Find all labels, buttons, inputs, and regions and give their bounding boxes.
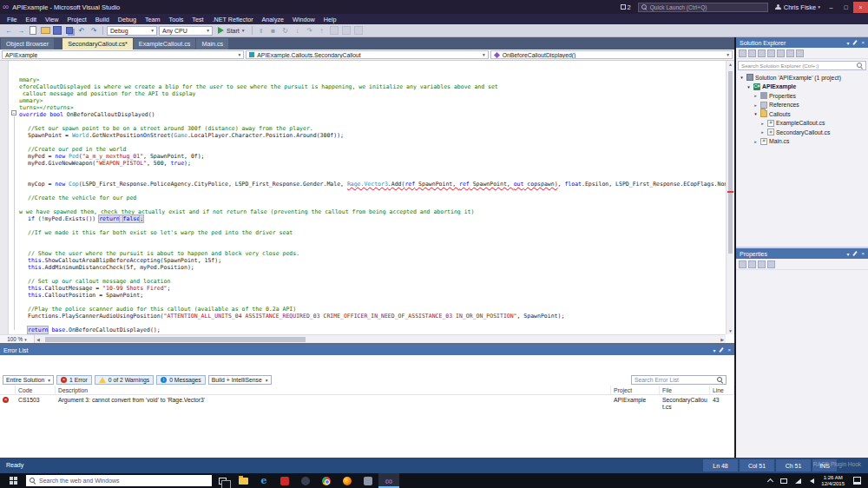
alphabetical-icon[interactable] bbox=[748, 260, 756, 268]
menu-item-analyze[interactable]: Analyze bbox=[258, 14, 289, 24]
start-debugging-button[interactable]: Start ▾ bbox=[214, 25, 248, 36]
properties-window-icon[interactable] bbox=[786, 49, 794, 57]
menu-item-project[interactable]: Project bbox=[62, 14, 90, 24]
menu-item-net-reflector[interactable]: .NET Reflector bbox=[208, 14, 258, 24]
feedback-icon[interactable] bbox=[621, 4, 626, 10]
refresh-icon[interactable] bbox=[777, 49, 785, 57]
code-editor[interactable]: − mmary>eforeCalloutDisplayed is where w… bbox=[0, 61, 734, 343]
scroll-right-icon[interactable]: ▶ bbox=[719, 337, 726, 342]
toggle-bookmark-icon[interactable] bbox=[341, 25, 352, 36]
scroll-up-icon[interactable]: ▲ bbox=[727, 62, 734, 67]
solution-explorer-title-bar[interactable]: Solution Explorer ▾ × bbox=[736, 37, 868, 48]
home-icon[interactable] bbox=[739, 49, 746, 57]
window-position-chevron-icon[interactable]: ▾ bbox=[713, 347, 715, 353]
menu-item-debug[interactable]: Debug bbox=[114, 14, 141, 24]
code-line[interactable]: callout message and position for the API… bbox=[19, 90, 726, 97]
code-line[interactable] bbox=[19, 243, 726, 250]
tab-secondarycallout-cs[interactable]: SecondaryCallout.cs* bbox=[62, 38, 133, 49]
quick-launch-input[interactable]: Quick Launch (Ctrl+Q) bbox=[638, 3, 768, 12]
column-header-line[interactable]: Line bbox=[710, 386, 734, 394]
close-button[interactable]: × bbox=[853, 2, 868, 13]
menu-item-team[interactable]: Team bbox=[141, 14, 165, 24]
tab-object-browser[interactable]: Object Browser bbox=[1, 38, 54, 49]
code-line[interactable] bbox=[19, 118, 726, 125]
categorized-icon[interactable] bbox=[739, 260, 746, 268]
code-line[interactable]: this.CalloutPosition = SpawnPoint; bbox=[19, 292, 726, 299]
nav-back-icon[interactable]: ← bbox=[3, 25, 14, 36]
messages-filter-toggle[interactable]: i 0 Messages bbox=[156, 375, 206, 385]
solution-tree-item-solution-apiexample-1-project[interactable]: ▾Solution 'APIExample' (1 project) bbox=[736, 73, 868, 82]
code-line[interactable]: Functions.PlayScannerAudioUsingPosition(… bbox=[19, 313, 726, 320]
pause-icon[interactable]: ‖ bbox=[256, 25, 266, 36]
error-scope-dropdown[interactable]: Entire Solution ▾ bbox=[3, 375, 54, 385]
pin-icon[interactable] bbox=[853, 251, 858, 256]
solution-tree-item-properties[interactable]: ▸Properties bbox=[736, 91, 868, 101]
redo-icon[interactable]: ↷ bbox=[89, 25, 99, 36]
code-line[interactable] bbox=[19, 188, 726, 195]
code-line[interactable]: w we have spawned them, check they actua… bbox=[19, 208, 726, 215]
code-line[interactable]: eforeCalloutDisplayed is where we create… bbox=[19, 83, 726, 90]
show-all-files-icon[interactable] bbox=[767, 49, 775, 57]
user-name[interactable]: Chris Fiske bbox=[784, 3, 817, 11]
code-line[interactable] bbox=[19, 299, 726, 306]
events-icon[interactable] bbox=[767, 260, 775, 268]
column-header-description[interactable]: Description bbox=[56, 386, 611, 394]
firefox-app-button[interactable] bbox=[337, 473, 358, 488]
menu-item-test[interactable]: Test bbox=[187, 14, 207, 24]
column-header-file[interactable]: File bbox=[660, 386, 710, 394]
project-dropdown[interactable]: APIExample ▾ bbox=[2, 50, 244, 59]
code-line[interactable] bbox=[19, 271, 726, 278]
dark-app-app-button[interactable] bbox=[295, 473, 316, 488]
close-panel-icon[interactable]: × bbox=[861, 40, 865, 45]
step-out-icon[interactable]: ↑ bbox=[317, 25, 327, 36]
sync-active-document-icon[interactable] bbox=[758, 49, 766, 57]
code-line[interactable] bbox=[19, 236, 726, 243]
property-pages-icon[interactable] bbox=[758, 260, 766, 268]
errors-filter-toggle[interactable]: × 1 Error bbox=[56, 375, 92, 385]
action-center-icon[interactable] bbox=[853, 477, 861, 485]
save-icon[interactable] bbox=[52, 25, 62, 36]
solution-tree-item-apiexample[interactable]: ▾C#APIExample bbox=[736, 82, 868, 92]
code-line[interactable] bbox=[19, 201, 726, 208]
solution-tree-item-secondarycallout-cs[interactable]: ▸#SecondaryCallout.cs bbox=[736, 128, 868, 137]
menu-item-tools[interactable]: Tools bbox=[165, 14, 188, 24]
new-file-icon[interactable] bbox=[28, 25, 38, 36]
menu-item-help[interactable]: Help bbox=[319, 14, 341, 24]
menu-item-build[interactable]: Build bbox=[91, 14, 114, 24]
warnings-filter-toggle[interactable]: 0 of 2 Warnings bbox=[95, 375, 154, 385]
code-line[interactable] bbox=[19, 69, 726, 76]
taskbar-search-input[interactable]: Search the web and Windows bbox=[26, 475, 212, 486]
maximize-button[interactable]: □ bbox=[838, 2, 853, 13]
code-line[interactable] bbox=[19, 139, 726, 146]
edge-app-button[interactable]: e bbox=[253, 473, 274, 488]
error-source-dropdown[interactable]: Build + IntelliSense ▾ bbox=[208, 375, 272, 385]
chevron-up-icon[interactable] bbox=[766, 477, 774, 485]
error-row[interactable]: ×CS1503Argument 3: cannot convert from '… bbox=[0, 395, 734, 412]
close-panel-icon[interactable]: × bbox=[727, 347, 731, 353]
code-line[interactable] bbox=[19, 222, 726, 229]
notification-count[interactable]: 2 bbox=[628, 3, 631, 11]
code-line[interactable]: turns></returns> bbox=[19, 104, 726, 111]
menu-item-file[interactable]: File bbox=[3, 14, 22, 24]
solution-tree-item-references[interactable]: ▸References bbox=[736, 101, 868, 110]
code-line[interactable]: SpawnPoint = World.GetNextPositionOnStre… bbox=[19, 132, 726, 139]
solution-tree-item-examplecallout-cs[interactable]: ▸#ExampleCallout.cs bbox=[736, 119, 868, 129]
collapsed-chevron-icon[interactable]: ▸ bbox=[753, 102, 759, 108]
code-line[interactable]: // Set up our callout message and locati… bbox=[19, 278, 726, 285]
code-line[interactable]: this.ShowCalloutAreaBlipBeforeAccepting(… bbox=[19, 257, 726, 264]
scroll-down-icon[interactable]: ▼ bbox=[727, 328, 734, 333]
expanded-chevron-icon[interactable]: ▾ bbox=[739, 75, 745, 80]
code-line[interactable]: return base.OnBeforeCalloutDisplayed(); bbox=[19, 326, 726, 333]
solution-platform-dropdown[interactable]: Any CPU▾ bbox=[159, 26, 213, 36]
window-position-chevron-icon[interactable]: ▾ bbox=[846, 40, 849, 46]
solution-configuration-dropdown[interactable]: Debug▾ bbox=[107, 26, 157, 36]
code-line[interactable]: myCop = new Cop(LSPD_First_Response.Poli… bbox=[19, 181, 726, 188]
collapsed-chevron-icon[interactable]: ▸ bbox=[753, 93, 759, 98]
collapse-all-icon[interactable] bbox=[748, 49, 756, 57]
error-list-search-input[interactable]: Search Error List bbox=[631, 375, 727, 385]
code-line[interactable]: // Show the user where the pursuit is ab… bbox=[19, 250, 726, 257]
vertical-scrollbar[interactable]: ▲ ▼ bbox=[726, 61, 734, 334]
close-panel-icon[interactable]: × bbox=[861, 251, 865, 256]
monitor-icon[interactable] bbox=[779, 477, 788, 485]
code-line[interactable]: override bool OnBeforeCalloutDisplayed() bbox=[19, 111, 726, 118]
